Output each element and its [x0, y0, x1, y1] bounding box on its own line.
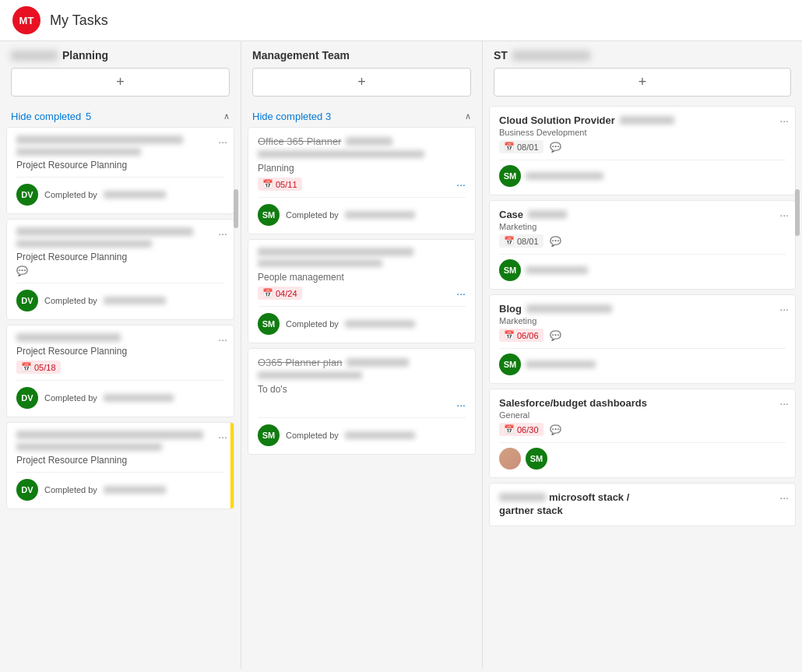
assignee-row: SM Completed by	[258, 417, 466, 446]
assignee-label: Completed by	[44, 485, 97, 494]
more-button[interactable]: ···	[779, 491, 789, 504]
avatar-sm: SM	[258, 424, 280, 446]
assignee-row: SM Completed by	[258, 197, 466, 226]
task-card[interactable]: People management 📅 04/24 ··· SM Complet…	[248, 239, 476, 343]
calendar-icon: 📅	[21, 362, 32, 372]
col2-hide-bar[interactable]: Hide completed 3 ∧	[241, 106, 482, 127]
more-button[interactable]: ···	[779, 114, 789, 127]
task-card[interactable]: O365 Planner plan To do's ··· SM Complet…	[248, 348, 476, 455]
more-button[interactable]: ···	[456, 399, 466, 411]
task-title-line2: gartner stack	[499, 505, 786, 516]
comment-icon: 💬	[550, 236, 561, 247]
assignee-row: SM Completed by	[258, 306, 466, 335]
date-badge: 📅 04/24	[258, 287, 302, 300]
task-category: Marketing	[499, 222, 786, 231]
avatar-sm: SM	[526, 448, 547, 470]
more-button[interactable]: ···	[456, 287, 466, 300]
task-card[interactable]: Project Resource Planning ··· DV Complet…	[6, 127, 234, 214]
col1-add-button[interactable]: +	[11, 68, 230, 97]
right-task-card[interactable]: Salesforce/budget dashboards General 📅 0…	[489, 389, 796, 478]
more-button[interactable]: ···	[218, 227, 227, 240]
col2-tasks: Office 365 Planner Planning 📅 05/11 ··· …	[241, 127, 482, 669]
task-card[interactable]: Office 365 Planner Planning 📅 05/11 ··· …	[248, 127, 476, 234]
right-task-card[interactable]: Case Marketing 📅 08/01 💬 ··· SM	[489, 200, 796, 290]
col3-add-button[interactable]: +	[494, 68, 791, 97]
calendar-icon: 📅	[262, 288, 273, 298]
avatar-sm: SM	[499, 165, 521, 187]
avatar-dv: DV	[16, 387, 38, 409]
right-task-card[interactable]: Cloud Solution Provider Business Develop…	[489, 106, 796, 195]
col2-add-button[interactable]: +	[252, 68, 471, 97]
column-planning: Planning + Hide completed 5 ∧ Project Re…	[0, 41, 241, 669]
calendar-icon: 📅	[504, 142, 515, 152]
col1-hide-bar[interactable]: Hide completed 5 ∧	[0, 106, 241, 127]
task-card[interactable]: Project Resource Planning 💬 ··· DV Compl…	[6, 219, 234, 320]
col2-title: Management Team	[252, 49, 471, 62]
assignee-row: SM	[499, 160, 786, 187]
avatar-mt[interactable]: MT	[12, 6, 40, 34]
task-category: Marketing	[499, 316, 786, 325]
col2-hide-label: Hide completed 3	[252, 111, 331, 122]
task-title: Office 365 Planner	[258, 135, 341, 147]
task-card[interactable]: Project Resource Planning ··· DV Complet…	[6, 422, 234, 509]
assignee-row: SM	[499, 348, 786, 375]
col3-title: ST	[494, 49, 791, 62]
avatar-sm: SM	[258, 204, 280, 226]
more-button[interactable]: ···	[779, 303, 789, 315]
avatar-sm: SM	[499, 354, 521, 375]
assignee-label: Completed by	[286, 210, 339, 220]
right-task-card[interactable]: Blog Marketing 📅 06/06 💬 ··· SM	[489, 294, 796, 384]
col1-chevron-icon: ∧	[223, 111, 230, 121]
col2-chevron-icon: ∧	[465, 111, 471, 121]
task-card[interactable]: Project Resource Planning 📅 05/18 ··· DV…	[6, 325, 234, 417]
col1-tasks: Project Resource Planning ··· DV Complet…	[0, 127, 241, 669]
task-title-partial: microsoft stack /	[549, 491, 629, 503]
assignee-row: DV Completed by	[16, 283, 224, 311]
task-project: Project Resource Planning	[16, 455, 224, 466]
avatar-sm: SM	[258, 313, 280, 335]
date-badge: 📅 06/30	[499, 423, 543, 436]
assignee-label: Completed by	[44, 296, 97, 305]
task-category: General	[499, 410, 786, 420]
task-title: Case	[499, 209, 523, 220]
assignee-row: DV Completed by	[16, 472, 224, 501]
date-badge: 📅 06/06	[499, 329, 543, 342]
task-title: Salesforce/budget dashboards	[499, 397, 786, 409]
assignee-label: Completed by	[44, 393, 97, 403]
calendar-icon: 📅	[262, 179, 273, 189]
date-badge: 📅 08/01	[499, 140, 543, 153]
avatar-dv: DV	[16, 290, 38, 311]
task-bucket: Planning	[258, 163, 466, 174]
task-bucket: To do's	[258, 384, 466, 395]
task-project: Project Resource Planning	[16, 346, 224, 357]
page-title: My Tasks	[50, 12, 108, 29]
header: MT My Tasks	[0, 0, 802, 41]
comment-icon: 💬	[550, 330, 561, 341]
more-button[interactable]: ···	[779, 209, 789, 221]
more-button[interactable]: ···	[456, 178, 466, 191]
calendar-icon: 📅	[504, 236, 515, 246]
assignee-label: Completed by	[286, 319, 339, 329]
task-project: Project Resource Planning	[16, 252, 224, 262]
column-st: ST + Cloud Solution Provider Business De…	[483, 41, 802, 669]
right-task-card[interactable]: microsoft stack / gartner stack ···	[489, 483, 796, 526]
comment-icon: 💬	[550, 142, 561, 153]
task-title: Blog	[499, 303, 522, 315]
board: Planning + Hide completed 5 ∧ Project Re…	[0, 41, 802, 669]
avatar-photo	[499, 448, 521, 470]
column-management: Management Team + Hide completed 3 ∧ Off…	[241, 41, 483, 669]
assignee-row: SM	[499, 442, 786, 470]
more-button[interactable]: ···	[779, 397, 789, 410]
assignee-row: SM	[499, 254, 786, 281]
avatar-dv: DV	[16, 479, 38, 501]
comment-icon: 💬	[550, 424, 561, 435]
task-title: O365 Planner plan	[258, 357, 342, 368]
more-button[interactable]: ···	[218, 135, 227, 148]
task-category: Business Development	[499, 128, 786, 137]
avatar-sm: SM	[499, 259, 521, 281]
col3-tasks: Cloud Solution Provider Business Develop…	[483, 106, 802, 669]
avatar-dv: DV	[16, 184, 38, 206]
more-button[interactable]: ···	[218, 333, 227, 346]
more-button[interactable]: ···	[218, 431, 227, 443]
col1-hide-label: Hide completed 5	[11, 111, 91, 122]
